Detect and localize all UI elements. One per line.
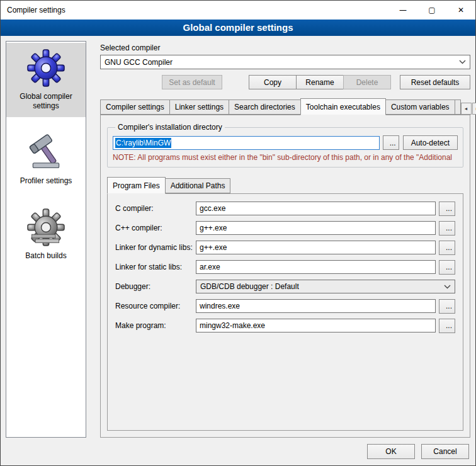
cpp-compiler-value: g++.exe xyxy=(200,224,227,232)
cpp-compiler-browse-button[interactable]: ... xyxy=(439,221,455,236)
maximize-button[interactable]: ▢ xyxy=(417,1,446,20)
debugger-dropdown[interactable]: GDB/CDB debugger : Default xyxy=(196,280,455,293)
profiler-hammer-icon xyxy=(27,134,65,171)
resource-compiler-row: Resource compiler: windres.exe ... xyxy=(115,299,455,313)
selected-compiler-dropdown[interactable]: GNU GCC Compiler xyxy=(100,55,470,69)
tab-toolchain-executables[interactable]: Toolchain executables xyxy=(300,98,386,115)
copy-button[interactable]: Copy xyxy=(249,75,297,89)
c-compiler-input[interactable]: gcc.exe xyxy=(196,202,436,215)
dialog-header: Global compiler settings xyxy=(1,20,475,36)
tab-program-files[interactable]: Program Files xyxy=(107,177,166,194)
sidebar-item-label: Batch builds xyxy=(25,251,66,261)
bin-subdirectory-note: NOTE: All programs must exist either in … xyxy=(113,153,458,162)
ok-button[interactable]: OK xyxy=(367,444,415,459)
tab-scroll-left-icon[interactable]: ◄ xyxy=(461,103,472,115)
compiler-actions: Set as default Copy Rename Delete Reset … xyxy=(100,75,470,89)
debugger-label: Debugger: xyxy=(115,282,196,291)
dynamic-linker-browse-button[interactable]: ... xyxy=(439,241,455,255)
chevron-down-icon xyxy=(459,60,466,64)
compiler-gear-icon xyxy=(27,49,65,87)
auto-detect-button[interactable]: Auto-detect xyxy=(403,135,458,150)
installation-directory-title: Compiler's installation directory xyxy=(115,123,225,132)
tab-scroll-right-icon[interactable]: ► xyxy=(472,103,476,115)
selected-compiler-value: GNU GCC Compiler xyxy=(105,58,455,67)
tab-scroll-arrows: ◄ ► xyxy=(460,103,476,115)
c-compiler-row: C compiler: gcc.exe ... xyxy=(115,202,455,215)
compiler-settings-window: Compiler settings — ▢ ✕ Global compiler … xyxy=(0,0,476,466)
dynamic-linker-value: g++.exe xyxy=(200,243,227,252)
make-program-label: Make program: xyxy=(115,321,196,330)
rename-button[interactable]: Rename xyxy=(296,75,344,89)
settings-tabstrip: Compiler settings Linker settings Search… xyxy=(100,98,470,115)
sidebar-item-label: Global compiler settings xyxy=(9,92,83,111)
set-as-default-button: Set as default xyxy=(162,75,222,89)
make-program-value: mingw32-make.exe xyxy=(200,321,265,330)
debugger-row: Debugger: GDB/CDB debugger : Default xyxy=(115,280,455,293)
make-program-input[interactable]: mingw32-make.exe xyxy=(196,319,436,332)
delete-button: Delete xyxy=(343,75,391,89)
category-sidebar: Global compiler settings Profiler settin… xyxy=(6,41,86,438)
make-program-row: Make program: mingw32-make.exe ... xyxy=(115,319,455,332)
resource-compiler-label: Resource compiler: xyxy=(115,302,196,310)
static-linker-input[interactable]: ar.exe xyxy=(196,260,436,274)
tab-search-directories[interactable]: Search directories xyxy=(229,99,301,115)
titlebar: Compiler settings — ▢ ✕ xyxy=(1,1,475,20)
program-files-page: C compiler: gcc.exe ... C++ compiler: g+… xyxy=(107,193,463,431)
selected-compiler-label: Selected compiler xyxy=(100,43,470,52)
c-compiler-label: C compiler: xyxy=(115,204,196,213)
static-linker-value: ar.exe xyxy=(200,263,220,271)
installation-directory-groupbox: Compiler's installation directory C:\ray… xyxy=(107,123,463,168)
make-program-browse-button[interactable]: ... xyxy=(439,319,455,333)
window-controls: — ▢ ✕ xyxy=(388,1,475,20)
dialog-body: Global compiler settings Profiler settin… xyxy=(1,36,475,443)
static-linker-label: Linker for static libs: xyxy=(115,263,196,271)
window-title: Compiler settings xyxy=(1,6,65,14)
tab-build-options[interactable]: Build xyxy=(455,99,461,115)
static-linker-row: Linker for static libs: ar.exe ... xyxy=(115,260,455,274)
resource-compiler-input[interactable]: windres.exe xyxy=(196,299,436,313)
dynamic-linker-input[interactable]: g++.exe xyxy=(196,241,436,254)
sidebar-item-batch-builds[interactable]: Batch builds xyxy=(6,202,86,267)
toolchain-executables-page: Compiler's installation directory C:\ray… xyxy=(100,115,470,438)
c-compiler-value: gcc.exe xyxy=(200,204,225,213)
installation-directory-input[interactable]: C:\raylib\MinGW xyxy=(113,136,380,150)
tab-linker-settings[interactable]: Linker settings xyxy=(169,99,229,115)
installation-directory-row: C:\raylib\MinGW ... Auto-detect xyxy=(113,135,458,150)
resource-compiler-browse-button[interactable]: ... xyxy=(439,299,455,314)
sidebar-item-profiler-settings[interactable]: Profiler settings xyxy=(6,127,86,192)
program-files-tabstrip: Program Files Additional Paths xyxy=(107,177,463,193)
static-linker-browse-button[interactable]: ... xyxy=(439,260,455,275)
minimize-button[interactable]: — xyxy=(388,1,417,20)
tab-compiler-settings[interactable]: Compiler settings xyxy=(100,99,170,115)
resource-compiler-value: windres.exe xyxy=(200,302,240,310)
batch-builds-gear-icon xyxy=(27,208,65,246)
dynamic-linker-label: Linker for dynamic libs: xyxy=(115,243,196,252)
close-button[interactable]: ✕ xyxy=(446,1,475,20)
sidebar-item-global-compiler-settings[interactable]: Global compiler settings xyxy=(6,43,86,117)
dynamic-linker-row: Linker for dynamic libs: g++.exe ... xyxy=(115,241,455,254)
tab-additional-paths[interactable]: Additional Paths xyxy=(165,178,231,193)
chevron-down-icon xyxy=(444,282,451,291)
cpp-compiler-row: C++ compiler: g++.exe ... xyxy=(115,221,455,235)
dialog-footer: OK Cancel xyxy=(1,443,475,465)
reset-defaults-button[interactable]: Reset defaults xyxy=(400,75,470,89)
cpp-compiler-label: C++ compiler: xyxy=(115,224,196,232)
debugger-value: GDB/CDB debugger : Default xyxy=(200,282,444,291)
tab-custom-variables[interactable]: Custom variables xyxy=(385,99,455,115)
browse-directory-button[interactable]: ... xyxy=(383,135,399,150)
installation-directory-value: C:\raylib\MinGW xyxy=(115,138,171,148)
c-compiler-browse-button[interactable]: ... xyxy=(439,202,455,216)
cpp-compiler-input[interactable]: g++.exe xyxy=(196,221,436,235)
sidebar-item-label: Profiler settings xyxy=(20,176,72,186)
cancel-button[interactable]: Cancel xyxy=(421,444,469,459)
main-panel: Selected compiler GNU GCC Compiler Set a… xyxy=(94,41,470,438)
